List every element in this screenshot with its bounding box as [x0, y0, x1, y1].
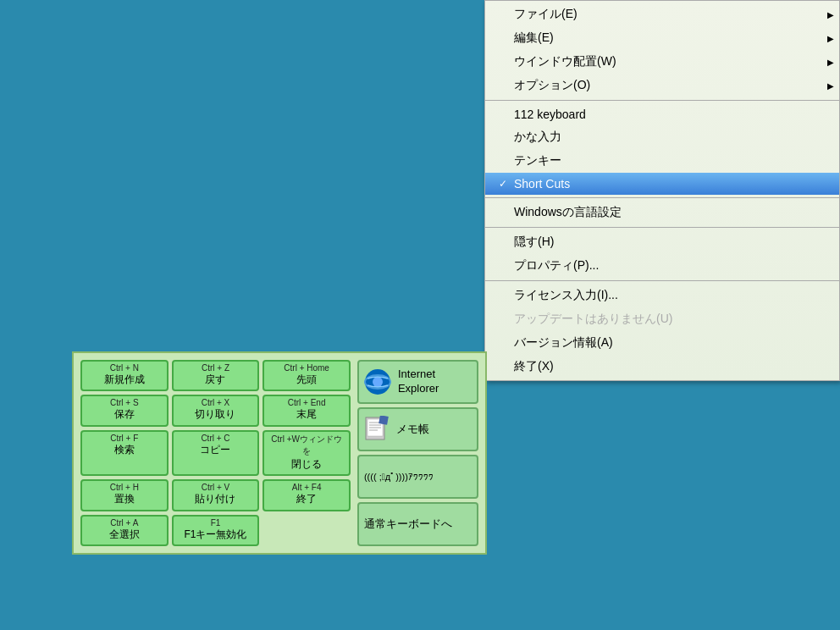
key-action-new: 新規作成	[86, 373, 163, 387]
menu-item-no-update: アップデートはありません(U)	[485, 307, 839, 331]
menu-label-version: バージョン情報(A)	[514, 335, 613, 351]
app-btn-normal-keyboard[interactable]: 通常キーボードへ	[357, 502, 478, 546]
app-label-awa: (((( ;ﾟдﾟ))))ｱﾜﾜﾜﾜ	[364, 471, 434, 483]
divider-4	[485, 280, 839, 281]
key-combo-alt-f4: Alt + F4	[268, 483, 345, 492]
key-combo-replace: Ctrl + H	[86, 483, 163, 492]
menu-label-windows-lang: Windowsの言語設定	[514, 205, 622, 220]
menu-label-edit: 編集(E)	[514, 30, 554, 46]
key-action-cut: 切り取り	[178, 407, 254, 422]
key-action-undo: 戻す	[178, 373, 254, 387]
key-combo-copy: Ctrl + C	[178, 434, 254, 443]
app-label-ie: Internet Explorer	[398, 368, 472, 396]
menu-item-options[interactable]: オプション(O)	[485, 74, 839, 97]
key-btn-f1[interactable]: F1 F1キー無効化	[172, 515, 260, 546]
menu-item-edit[interactable]: 編集(E)	[485, 26, 839, 50]
key-btn-home[interactable]: Ctrl + Home 先頭	[262, 360, 351, 391]
app-label-normal-keyboard: 通常キーボードへ	[364, 517, 452, 532]
menu-label-exit: 終了(X)	[514, 359, 554, 374]
key-combo-save: Ctrl + S	[86, 398, 163, 407]
menu-item-shortcuts[interactable]: ✓ Short Cuts	[485, 173, 839, 195]
menu-label-kana: かな入力	[514, 130, 561, 145]
key-combo-new: Ctrl + N	[86, 363, 163, 373]
menu-label-window: ウインドウ配置(W)	[514, 54, 616, 69]
key-btn-new[interactable]: Ctrl + N 新規作成	[80, 360, 169, 391]
key-combo-undo: Ctrl + Z	[178, 363, 254, 373]
key-btn-alt-f4[interactable]: Alt + F4 終了	[262, 479, 351, 511]
key-action-home: 先頭	[268, 373, 345, 387]
key-action-close-win: 閉じる	[268, 457, 345, 472]
key-btn-replace[interactable]: Ctrl + H 置換	[80, 479, 169, 511]
key-combo-paste: Ctrl + V	[178, 483, 254, 492]
app-btn-awa[interactable]: (((( ;ﾟдﾟ))))ｱﾜﾜﾜﾜ	[357, 455, 478, 499]
menu-item-license[interactable]: ライセンス入力(I)...	[485, 284, 839, 307]
divider-1	[485, 100, 839, 101]
menu-label-hide: 隠す(H)	[514, 235, 554, 250]
key-combo-end: Ctrl + End	[268, 398, 345, 407]
key-combo-cut: Ctrl + X	[178, 398, 254, 407]
divider-3	[485, 227, 839, 228]
menu-label-file: ファイル(E)	[514, 7, 578, 22]
key-btn-save[interactable]: Ctrl + S 保存	[80, 395, 169, 426]
key-action-search: 検索	[86, 443, 163, 457]
key-combo-search: Ctrl + F	[86, 434, 163, 443]
key-btn-paste[interactable]: Ctrl + V 貼り付け	[172, 479, 260, 511]
keys-section: Ctrl + N 新規作成 Ctrl + Z 戻す Ctrl + Home 先頭…	[80, 360, 351, 546]
menu-item-hide[interactable]: 隠す(H)	[485, 230, 839, 254]
key-action-save: 保存	[86, 407, 163, 422]
divider-2	[485, 197, 839, 198]
ie-icon	[364, 368, 391, 395]
notepad-icon	[364, 416, 390, 444]
context-menu: ファイル(E) 編集(E) ウインドウ配置(W) オプション(O) 112 ke…	[484, 0, 840, 381]
menu-label-shortcuts: Short Cuts	[514, 177, 570, 191]
app-btn-notepad[interactable]: メモ帳	[357, 407, 478, 451]
key-combo-select-all: Ctrl + A	[86, 518, 163, 528]
key-btn-select-all[interactable]: Ctrl + A 全選択	[80, 515, 169, 546]
svg-rect-9	[379, 416, 389, 425]
key-action-select-all: 全選択	[86, 528, 163, 542]
menu-item-properties[interactable]: プロパティ(P)...	[485, 254, 839, 278]
app-btn-ie[interactable]: Internet Explorer	[357, 360, 478, 404]
menu-item-keyboard112[interactable]: 112 keyboard	[485, 103, 839, 125]
app-label-notepad: メモ帳	[396, 423, 429, 437]
key-action-end: 末尾	[268, 407, 345, 422]
menu-item-windows-lang[interactable]: Windowsの言語設定	[485, 201, 839, 224]
key-action-replace: 置換	[86, 492, 163, 506]
menu-label-license: ライセンス入力(I)...	[514, 288, 618, 303]
key-combo-f1: F1	[178, 518, 254, 528]
menu-item-window[interactable]: ウインドウ配置(W)	[485, 50, 839, 74]
key-combo-close-win: Ctrl +Wウィンドウを	[268, 434, 345, 457]
menu-item-exit[interactable]: 終了(X)	[485, 355, 839, 379]
menu-item-file[interactable]: ファイル(E)	[485, 3, 839, 26]
key-action-alt-f4: 終了	[268, 492, 345, 506]
key-btn-end[interactable]: Ctrl + End 末尾	[262, 395, 351, 426]
key-btn-empty	[262, 515, 351, 546]
key-btn-copy[interactable]: Ctrl + C コピー	[172, 430, 260, 476]
key-btn-close-win[interactable]: Ctrl +Wウィンドウを 閉じる	[262, 430, 351, 476]
checkmark-shortcuts: ✓	[499, 178, 512, 190]
key-action-copy: コピー	[178, 443, 254, 457]
menu-label-no-update: アップデートはありません(U)	[514, 312, 672, 327]
svg-point-2	[373, 377, 383, 387]
key-action-paste: 貼り付け	[178, 492, 254, 506]
menu-item-tenkey[interactable]: テンキー	[485, 149, 839, 173]
menu-item-kana[interactable]: かな入力	[485, 125, 839, 149]
key-combo-home: Ctrl + Home	[268, 363, 345, 373]
menu-label-tenkey: テンキー	[514, 153, 561, 169]
menu-label-keyboard112: 112 keyboard	[514, 108, 586, 121]
key-btn-search[interactable]: Ctrl + F 検索	[80, 430, 169, 476]
key-btn-cut[interactable]: Ctrl + X 切り取り	[172, 395, 260, 426]
menu-label-properties: プロパティ(P)...	[514, 258, 599, 274]
apps-section: Internet Explorer メモ帳 (((( ;ﾟдﾟ))))ｱﾜﾜﾜﾜ	[357, 360, 478, 546]
key-btn-undo[interactable]: Ctrl + Z 戻す	[172, 360, 260, 391]
key-action-f1: F1キー無効化	[178, 528, 254, 542]
menu-item-version[interactable]: バージョン情報(A)	[485, 331, 839, 355]
menu-label-options: オプション(O)	[514, 78, 590, 93]
shortcuts-panel: Ctrl + N 新規作成 Ctrl + Z 戻す Ctrl + Home 先頭…	[72, 351, 487, 555]
